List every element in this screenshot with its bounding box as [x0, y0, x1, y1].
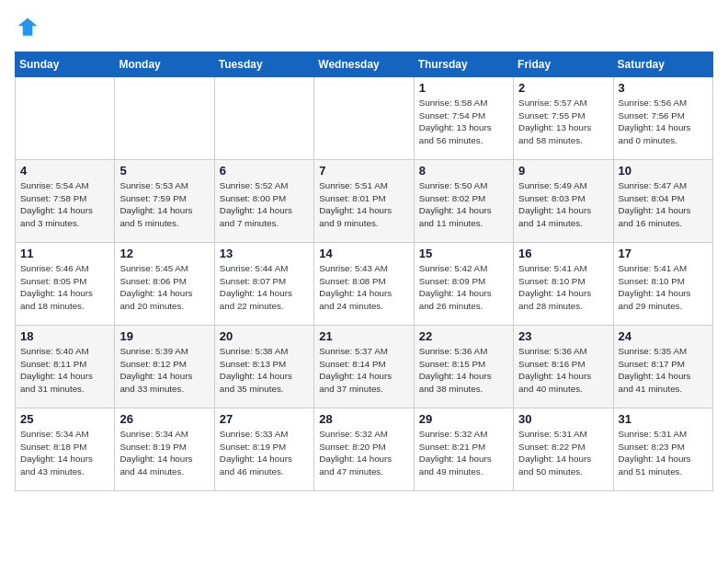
- logo: [15, 15, 44, 40]
- cell-info: Sunrise: 5:36 AM Sunset: 8:15 PM Dayligh…: [419, 345, 508, 396]
- calendar-week-row: 18Sunrise: 5:40 AM Sunset: 8:11 PM Dayli…: [16, 326, 713, 408]
- cell-info: Sunrise: 5:37 AM Sunset: 8:14 PM Dayligh…: [319, 345, 408, 396]
- calendar-week-row: 4Sunrise: 5:54 AM Sunset: 7:58 PM Daylig…: [16, 160, 713, 243]
- cell-info: Sunrise: 5:35 AM Sunset: 8:17 PM Dayligh…: [619, 345, 708, 396]
- calendar-table: SundayMondayTuesdayWednesdayThursdayFrid…: [15, 52, 713, 491]
- day-number: 11: [20, 247, 109, 260]
- cell-info: Sunrise: 5:32 AM Sunset: 8:20 PM Dayligh…: [319, 428, 408, 478]
- calendar-cell: 10Sunrise: 5:47 AM Sunset: 8:04 PM Dayli…: [613, 160, 712, 243]
- cell-info: Sunrise: 5:53 AM Sunset: 7:59 PM Dayligh…: [119, 179, 209, 230]
- cell-info: Sunrise: 5:56 AM Sunset: 7:56 PM Dayligh…: [619, 97, 708, 147]
- day-number: 17: [619, 247, 708, 260]
- calendar-cell: 11Sunrise: 5:46 AM Sunset: 8:05 PM Dayli…: [16, 243, 115, 326]
- day-number: 22: [419, 329, 508, 343]
- cell-info: Sunrise: 5:44 AM Sunset: 8:07 PM Dayligh…: [220, 262, 309, 313]
- calendar-cell: 7Sunrise: 5:51 AM Sunset: 8:01 PM Daylig…: [314, 160, 414, 243]
- day-number: 16: [518, 247, 608, 260]
- day-number: 1: [419, 81, 508, 95]
- day-number: 2: [518, 81, 608, 95]
- calendar-cell: 30Sunrise: 5:31 AM Sunset: 8:22 PM Dayli…: [514, 408, 613, 491]
- day-number: 26: [119, 412, 209, 426]
- calendar-cell: 4Sunrise: 5:54 AM Sunset: 7:58 PM Daylig…: [16, 160, 115, 243]
- cell-info: Sunrise: 5:50 AM Sunset: 8:02 PM Dayligh…: [419, 179, 508, 230]
- cell-info: Sunrise: 5:45 AM Sunset: 8:06 PM Dayligh…: [119, 262, 209, 313]
- calendar-header-row: SundayMondayTuesdayWednesdayThursdayFrid…: [16, 52, 713, 77]
- cell-info: Sunrise: 5:39 AM Sunset: 8:12 PM Dayligh…: [119, 345, 209, 396]
- calendar-cell: 3Sunrise: 5:56 AM Sunset: 7:56 PM Daylig…: [613, 77, 712, 160]
- cell-info: Sunrise: 5:49 AM Sunset: 8:03 PM Dayligh…: [518, 179, 608, 230]
- cell-info: Sunrise: 5:42 AM Sunset: 8:09 PM Dayligh…: [419, 262, 508, 313]
- calendar-cell: 13Sunrise: 5:44 AM Sunset: 8:07 PM Dayli…: [214, 243, 313, 326]
- cell-info: Sunrise: 5:57 AM Sunset: 7:55 PM Dayligh…: [518, 97, 608, 147]
- day-number: 9: [518, 164, 608, 178]
- page-header: [15, 15, 713, 40]
- day-number: 18: [20, 329, 109, 343]
- svg-marker-0: [18, 18, 38, 36]
- calendar-cell: 23Sunrise: 5:36 AM Sunset: 8:16 PM Dayli…: [514, 326, 613, 408]
- calendar-cell: 27Sunrise: 5:33 AM Sunset: 8:19 PM Dayli…: [214, 408, 313, 491]
- cell-info: Sunrise: 5:58 AM Sunset: 7:54 PM Dayligh…: [419, 97, 508, 147]
- calendar-cell: 17Sunrise: 5:41 AM Sunset: 8:10 PM Dayli…: [613, 243, 712, 326]
- day-number: 24: [619, 329, 708, 343]
- cell-info: Sunrise: 5:38 AM Sunset: 8:13 PM Dayligh…: [220, 345, 309, 396]
- cell-info: Sunrise: 5:34 AM Sunset: 8:19 PM Dayligh…: [119, 428, 209, 478]
- calendar-cell: 6Sunrise: 5:52 AM Sunset: 8:00 PM Daylig…: [214, 160, 313, 243]
- day-number: 4: [20, 164, 109, 178]
- day-of-week-header: Tuesday: [214, 52, 313, 77]
- cell-info: Sunrise: 5:51 AM Sunset: 8:01 PM Dayligh…: [319, 179, 408, 230]
- day-of-week-header: Friday: [514, 52, 613, 77]
- calendar-cell: 28Sunrise: 5:32 AM Sunset: 8:20 PM Dayli…: [314, 408, 414, 491]
- day-number: 19: [119, 329, 209, 343]
- logo-icon: [15, 15, 40, 40]
- calendar-week-row: 11Sunrise: 5:46 AM Sunset: 8:05 PM Dayli…: [16, 243, 713, 326]
- cell-info: Sunrise: 5:52 AM Sunset: 8:00 PM Dayligh…: [220, 179, 309, 230]
- calendar-cell: 14Sunrise: 5:43 AM Sunset: 8:08 PM Dayli…: [314, 243, 414, 326]
- day-number: 13: [220, 247, 309, 260]
- calendar-cell: [115, 77, 214, 160]
- day-of-week-header: Monday: [115, 52, 214, 77]
- calendar-cell: [214, 77, 313, 160]
- calendar-cell: 12Sunrise: 5:45 AM Sunset: 8:06 PM Dayli…: [115, 243, 214, 326]
- calendar-cell: 24Sunrise: 5:35 AM Sunset: 8:17 PM Dayli…: [613, 326, 712, 408]
- day-number: 7: [319, 164, 408, 178]
- cell-info: Sunrise: 5:36 AM Sunset: 8:16 PM Dayligh…: [518, 345, 608, 396]
- cell-info: Sunrise: 5:33 AM Sunset: 8:19 PM Dayligh…: [220, 428, 309, 478]
- calendar-cell: 29Sunrise: 5:32 AM Sunset: 8:21 PM Dayli…: [414, 408, 513, 491]
- calendar-cell: [314, 77, 414, 160]
- calendar-cell: 9Sunrise: 5:49 AM Sunset: 8:03 PM Daylig…: [514, 160, 613, 243]
- cell-info: Sunrise: 5:47 AM Sunset: 8:04 PM Dayligh…: [619, 179, 708, 230]
- day-number: 20: [220, 329, 309, 343]
- cell-info: Sunrise: 5:31 AM Sunset: 8:23 PM Dayligh…: [619, 428, 708, 478]
- day-of-week-header: Wednesday: [314, 52, 414, 77]
- cell-info: Sunrise: 5:41 AM Sunset: 8:10 PM Dayligh…: [619, 262, 708, 313]
- calendar-cell: 2Sunrise: 5:57 AM Sunset: 7:55 PM Daylig…: [514, 77, 613, 160]
- calendar-cell: 1Sunrise: 5:58 AM Sunset: 7:54 PM Daylig…: [414, 77, 513, 160]
- day-number: 15: [419, 247, 508, 260]
- calendar-cell: 16Sunrise: 5:41 AM Sunset: 8:10 PM Dayli…: [514, 243, 613, 326]
- calendar-cell: 18Sunrise: 5:40 AM Sunset: 8:11 PM Dayli…: [16, 326, 115, 408]
- cell-info: Sunrise: 5:41 AM Sunset: 8:10 PM Dayligh…: [518, 262, 608, 313]
- cell-info: Sunrise: 5:40 AM Sunset: 8:11 PM Dayligh…: [20, 345, 109, 396]
- day-number: 10: [619, 164, 708, 178]
- day-of-week-header: Thursday: [414, 52, 513, 77]
- day-number: 6: [220, 164, 309, 178]
- day-number: 23: [518, 329, 608, 343]
- calendar-cell: 8Sunrise: 5:50 AM Sunset: 8:02 PM Daylig…: [414, 160, 513, 243]
- calendar-week-row: 1Sunrise: 5:58 AM Sunset: 7:54 PM Daylig…: [16, 77, 713, 160]
- calendar-cell: 22Sunrise: 5:36 AM Sunset: 8:15 PM Dayli…: [414, 326, 513, 408]
- calendar-cell: 20Sunrise: 5:38 AM Sunset: 8:13 PM Dayli…: [214, 326, 313, 408]
- calendar-cell: 21Sunrise: 5:37 AM Sunset: 8:14 PM Dayli…: [314, 326, 414, 408]
- calendar-cell: 31Sunrise: 5:31 AM Sunset: 8:23 PM Dayli…: [613, 408, 712, 491]
- day-of-week-header: Saturday: [613, 52, 712, 77]
- day-number: 28: [319, 412, 408, 426]
- cell-info: Sunrise: 5:46 AM Sunset: 8:05 PM Dayligh…: [20, 262, 109, 313]
- day-number: 31: [619, 412, 708, 426]
- calendar-week-row: 25Sunrise: 5:34 AM Sunset: 8:18 PM Dayli…: [16, 408, 713, 491]
- day-number: 3: [619, 81, 708, 95]
- cell-info: Sunrise: 5:34 AM Sunset: 8:18 PM Dayligh…: [20, 428, 109, 478]
- calendar-cell: [16, 77, 115, 160]
- day-number: 21: [319, 329, 408, 343]
- calendar-cell: 19Sunrise: 5:39 AM Sunset: 8:12 PM Dayli…: [115, 326, 214, 408]
- day-number: 12: [119, 247, 209, 260]
- day-number: 5: [119, 164, 209, 178]
